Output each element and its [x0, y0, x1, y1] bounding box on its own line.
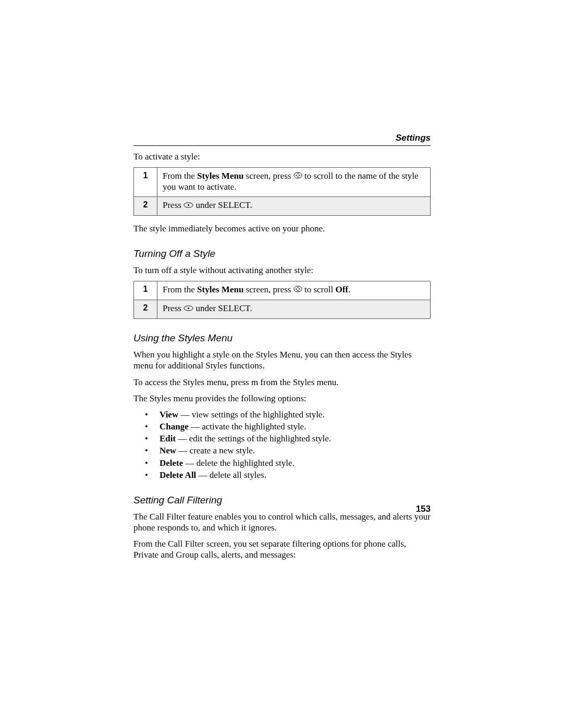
step-row: 2 Press under SELECT.	[134, 300, 431, 319]
options-list: View — view settings of the highlighted …	[133, 409, 431, 481]
step-text: From the Styles Menu screen, press to sc…	[157, 168, 431, 197]
using-p2: To access the Styles menu, press m from …	[133, 377, 431, 388]
step-text: Press under SELECT.	[157, 197, 431, 216]
using-p1: When you highlight a style on the Styles…	[133, 349, 431, 372]
turnoff-steps-table: 1 From the Styles Menu screen, press to …	[133, 281, 431, 319]
page-content: Settings To activate a style: 1 From the…	[133, 133, 431, 566]
subheading-callfilter: Setting Call Filtering	[133, 495, 431, 506]
select-button-icon	[183, 200, 193, 211]
step-text: Press under SELECT.	[157, 300, 431, 319]
step-number: 1	[134, 281, 157, 300]
list-item: View — view settings of the highlighted …	[133, 409, 431, 421]
header-rule	[133, 145, 431, 146]
cf-p1: The Call Filter feature enables you to c…	[133, 511, 431, 534]
list-item: New — create a new style.	[133, 445, 431, 456]
page-number: 153	[416, 504, 431, 514]
cf-p2: From the Call Filter screen, you set sep…	[133, 538, 431, 561]
step-number: 1	[134, 168, 157, 197]
step-text: From the Styles Menu screen, press to sc…	[157, 281, 431, 300]
step-number: 2	[134, 197, 157, 216]
step-number: 2	[134, 300, 157, 319]
activate-result: The style immediately becomes active on …	[133, 223, 431, 234]
select-button-icon	[183, 303, 193, 314]
using-p3: The Styles menu provides the following o…	[133, 393, 431, 404]
svg-point-2	[188, 204, 189, 206]
list-item: Edit — edit the settings of the highligh…	[133, 433, 431, 445]
list-item: Delete All — delete all styles.	[133, 470, 431, 481]
section-header: Settings	[133, 133, 431, 143]
step-row: 1 From the Styles Menu screen, press to …	[134, 281, 431, 300]
activate-steps-table: 1 From the Styles Menu screen, press to …	[133, 167, 431, 216]
step-row: 1 From the Styles Menu screen, press to …	[134, 168, 431, 197]
activate-intro: To activate a style:	[133, 151, 431, 162]
list-item: Change — activate the highlighted style.	[133, 421, 431, 433]
nav-scroll-icon	[293, 285, 302, 295]
subheading-turnoff: Turning Off a Style	[133, 248, 431, 260]
turnoff-intro: To turn off a style without activating a…	[133, 265, 431, 276]
step-row: 2 Press under SELECT.	[134, 197, 431, 216]
svg-point-5	[188, 307, 189, 309]
nav-scroll-icon	[293, 171, 302, 181]
subheading-using: Using the Styles Menu	[133, 332, 431, 344]
list-item: Delete — delete the highlighted style.	[133, 458, 431, 469]
